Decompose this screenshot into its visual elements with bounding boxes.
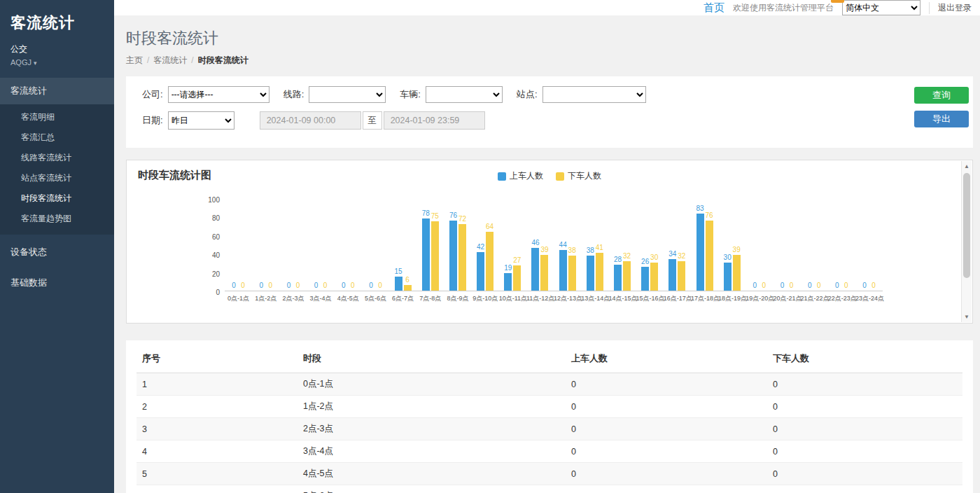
breadcrumb: 主页/客流统计/时段客流统计 xyxy=(126,55,973,67)
table-row[interactable]: 65点-6点00 xyxy=(136,485,962,493)
table-row[interactable]: 54点-5点00 xyxy=(136,463,962,485)
bar-value-label: 41 xyxy=(596,244,603,251)
chart-scrollbar[interactable]: ▲ ▼ xyxy=(961,161,972,322)
language-select[interactable]: 简体中文 xyxy=(842,0,920,15)
sidebar-item-device-status[interactable]: 设备状态 xyxy=(0,239,114,265)
x-tick-label: 17点-18点 xyxy=(691,294,718,305)
sidebar: 客流统计 公交 AQGJ▾ 客流统计 客流明细客流汇总线路客流统计站点客流统计时… xyxy=(0,0,114,493)
table-cell: 0 xyxy=(566,440,767,463)
filter-row-2: 日期: 昨日 至 xyxy=(142,111,903,130)
bar: 34 xyxy=(668,259,676,291)
bar-value-label: 83 xyxy=(696,204,704,212)
sidebar-subitem-2[interactable]: 客流汇总 xyxy=(0,127,114,148)
bar-value-label: 39 xyxy=(733,246,741,254)
org-selector[interactable]: AQGJ▾ xyxy=(10,58,104,67)
bar-group: 4639 xyxy=(526,248,554,291)
sidebar-subitem-3[interactable]: 线路客流统计 xyxy=(0,148,114,168)
bar-value-label: 32 xyxy=(678,252,685,260)
sidebar-subitem-4[interactable]: 站点客流统计 xyxy=(0,168,114,188)
table-cell: 0 xyxy=(767,396,962,418)
bar-value-label: 38 xyxy=(587,246,594,254)
profile-area: 公交 AQGJ▾ xyxy=(0,41,114,78)
chart-legend: 上车人数下车人数 xyxy=(127,170,972,182)
sidebar-subitem-6[interactable]: 客流量趋势图 xyxy=(0,209,114,229)
bar: 83 xyxy=(696,214,704,291)
sidebar-item-passenger-stats[interactable]: 客流统计 xyxy=(0,78,114,104)
bar: 76 xyxy=(449,221,457,291)
sidebar-subitem-5[interactable]: 时段客流统计 xyxy=(0,188,114,209)
scroll-up-icon[interactable]: ▲ xyxy=(962,163,972,169)
breadcrumb-item[interactable]: 客流统计 xyxy=(153,55,187,65)
legend-item[interactable]: 下车人数 xyxy=(556,170,601,182)
bar-value-label: 30 xyxy=(650,254,658,261)
y-tick-label: 80 xyxy=(192,214,220,222)
bar: 75 xyxy=(431,221,439,291)
table-row[interactable]: 21点-2点00 xyxy=(136,396,962,418)
table-cell: 0 xyxy=(566,418,767,440)
bar-value-label: 0 xyxy=(844,282,848,289)
x-tick-label: 14点-15点 xyxy=(608,294,636,305)
table-row[interactable]: 10点-1点00 xyxy=(136,373,962,396)
table-cell: 0 xyxy=(566,396,767,418)
table-row[interactable]: 43点-4点00 xyxy=(136,440,962,463)
x-tick-label: 13点-14点 xyxy=(581,294,608,305)
breadcrumb-item[interactable]: 主页 xyxy=(126,55,143,65)
bar-value-label: 0 xyxy=(378,282,382,289)
bar-value-label: 72 xyxy=(458,215,466,223)
sidebar-item-base-data[interactable]: 基础数据 xyxy=(0,270,114,296)
date-to-label: 至 xyxy=(363,111,382,130)
x-tick-label: 12点-13点 xyxy=(554,294,581,305)
bar-value-label: 44 xyxy=(559,241,567,249)
sidebar-subitem-1[interactable]: 客流明细 xyxy=(0,107,114,127)
bar: 39 xyxy=(540,255,548,291)
topbar: 首页 欢迎使用客流统计管理平台 34 简体中文 退出登录 xyxy=(114,0,980,15)
x-tick-label: 7点-8点 xyxy=(416,294,444,305)
x-tick-label: 3点-4点 xyxy=(307,294,335,305)
bar-value-label: 27 xyxy=(513,256,521,264)
bar: 44 xyxy=(559,250,567,291)
legend-swatch-icon xyxy=(556,172,564,181)
bar: 38 xyxy=(568,256,576,291)
table-cell: 1点-2点 xyxy=(298,396,566,418)
table-cell: 0 xyxy=(767,418,962,440)
table-header-row: 序号时段上车人数下车人数 xyxy=(136,345,962,373)
table-panel: 序号时段上车人数下车人数 10点-1点0021点-2点0032点-3点0043点… xyxy=(126,340,973,493)
table-cell: 0 xyxy=(566,485,767,493)
welcome-text: 欢迎使用客流统计管理平台 xyxy=(733,2,834,14)
bar-value-label: 0 xyxy=(790,282,794,289)
date-label: 日期: xyxy=(142,114,163,127)
bar: 15 xyxy=(395,277,402,291)
breadcrumb-separator: / xyxy=(191,55,193,65)
bar-value-label: 39 xyxy=(540,246,548,254)
bar-value-label: 0 xyxy=(232,282,236,289)
app-root: 客流统计 公交 AQGJ▾ 客流统计 客流明细客流汇总线路客流统计站点客流统计时… xyxy=(0,0,980,493)
column-header: 上车人数 xyxy=(566,345,767,373)
station-select[interactable] xyxy=(542,86,646,103)
date-start-input[interactable] xyxy=(260,111,361,130)
date-preset-select[interactable]: 昨日 xyxy=(168,111,234,130)
x-tick-label: 9点-10点 xyxy=(472,294,499,305)
x-tick-label: 2点-3点 xyxy=(279,294,307,305)
date-end-input[interactable] xyxy=(384,111,485,130)
vehicle-select[interactable] xyxy=(426,86,503,103)
line-select[interactable] xyxy=(309,86,386,103)
bar: 38 xyxy=(587,256,594,291)
table-row[interactable]: 32点-3点00 xyxy=(136,418,962,440)
home-link[interactable]: 首页 xyxy=(704,1,724,15)
sidebar-menu: 客流统计 客流明细客流汇总线路客流统计站点客流统计时段客流统计客流量趋势图 设备… xyxy=(0,78,114,296)
y-tick-label: 60 xyxy=(192,233,220,241)
scroll-down-icon[interactable]: ▼ xyxy=(962,314,972,320)
export-button[interactable]: 导出 xyxy=(914,111,969,127)
scrollbar-thumb[interactable] xyxy=(963,173,970,278)
logout-link[interactable]: 退出登录 xyxy=(929,2,972,14)
bar-group: 1927 xyxy=(499,265,526,291)
table-cell: 0 xyxy=(767,440,962,463)
company-select[interactable]: ---请选择--- xyxy=(168,86,270,103)
bar: 42 xyxy=(477,252,484,291)
x-tick-label: 11点-12点 xyxy=(526,294,554,305)
table-cell: 0 xyxy=(566,463,767,485)
bar-value-label: 76 xyxy=(705,211,713,219)
bar-value-label: 0 xyxy=(862,282,867,289)
query-button[interactable]: 查询 xyxy=(914,87,969,104)
legend-item[interactable]: 上车人数 xyxy=(498,170,543,182)
